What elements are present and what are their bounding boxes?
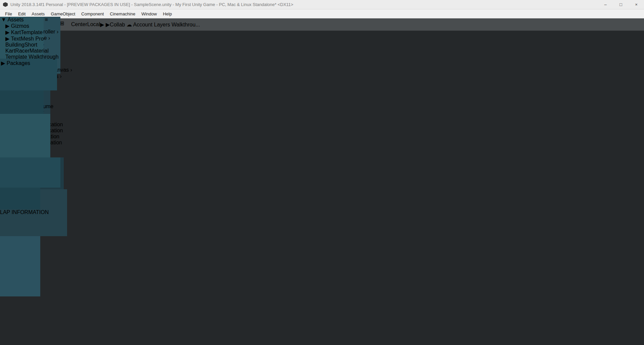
project-tree: ▼ Assets ▶ Gizmos ▶ KartTemplate [0,17,644,345]
project-item[interactable]: KartRacerMaterial [0,48,644,54]
window-title: Unity 2018.3.14f1 Personal - [PREVIEW PA… [10,2,293,7]
minimize-button[interactable]: – [598,0,613,9]
titlebar: Unity 2018.3.14f1 Personal - [PREVIEW PA… [0,0,644,9]
asset-label: Template Walkthrough [5,54,59,60]
asset-label: KartRacerMaterial [5,48,49,54]
close-button[interactable]: × [629,0,644,9]
unity-editor-window: Unity 2018.3.14f1 Personal - [PREVIEW PA… [0,0,644,345]
project-item[interactable]: Template Walkthrough [0,54,644,60]
project-item[interactable]: ▶ Gizmos [0,23,644,29]
asset-label: Assets [7,17,23,22]
project-item[interactable]: BuildingShort [0,42,644,48]
expand-arrow-icon[interactable]: ▶ [1,60,5,66]
project-item[interactable]: ▶ KartTemplate [0,29,644,36]
asset-label: Packages [7,60,30,66]
expand-arrow-icon[interactable]: ▶ [5,23,9,29]
expand-arrow-icon[interactable]: ▼ [1,17,6,22]
asset-label: TextMesh Pro [11,36,44,42]
asset-label: KartTemplate [11,29,43,35]
unity-logo-icon [3,2,8,7]
asset-label: BuildingShort [5,42,37,48]
project-item[interactable]: ▶ Packages [0,60,644,66]
expand-arrow-icon[interactable]: ▶ [5,36,9,42]
expand-arrow-icon[interactable]: ▶ [5,29,9,35]
project-item[interactable]: ▶ TextMesh Pro [0,36,644,42]
maximize-button[interactable]: □ [613,0,629,9]
asset-label: Gizmos [11,23,29,29]
project-item[interactable]: ▼ Assets [0,17,644,23]
